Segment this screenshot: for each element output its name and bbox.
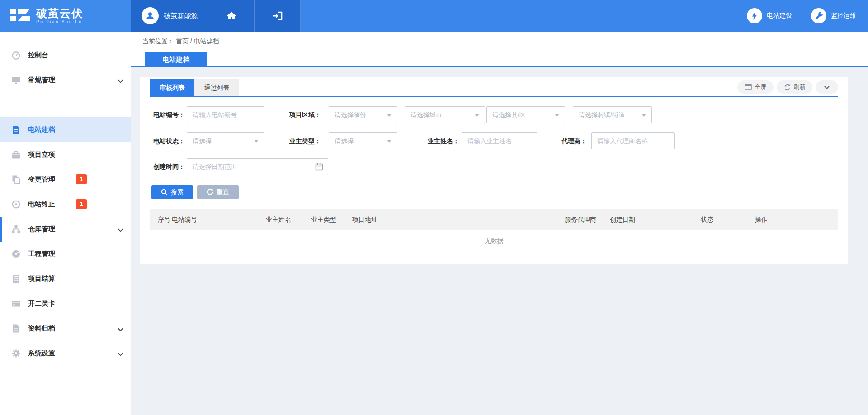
active-scroll-marker bbox=[0, 217, 2, 242]
owner-name-label: 业主姓名： bbox=[419, 132, 459, 149]
breadcrumb-prefix: 当前位置： bbox=[142, 37, 174, 45]
caret-down-icon bbox=[555, 114, 559, 117]
chevron-down-icon bbox=[118, 226, 123, 232]
brand-title: 破茧云伏 bbox=[36, 8, 83, 19]
search-icon bbox=[161, 189, 168, 196]
home-icon bbox=[226, 10, 237, 21]
mode-monitor-button[interactable]: 监控运维 bbox=[811, 8, 856, 23]
caret-down-icon bbox=[254, 140, 259, 143]
user-menu[interactable]: 破茧新能源 bbox=[131, 0, 208, 32]
station-no-input[interactable] bbox=[187, 106, 264, 123]
owner-type-select[interactable]: 请选择 bbox=[329, 132, 397, 149]
gear-icon bbox=[11, 349, 21, 358]
breadcrumb: 当前位置： 首页 / 电站建档 bbox=[142, 37, 219, 46]
station-filing-panel: 审核列表 通过列表 全屏 刷新 电站编号： 项目区域： 请选择省份 bbox=[140, 77, 848, 264]
reset-button[interactable]: 重置 bbox=[197, 185, 239, 199]
collapse-button[interactable] bbox=[816, 80, 838, 94]
page-tab-underline bbox=[131, 66, 868, 67]
badge-count: 1 bbox=[76, 199, 87, 209]
sidebar: 控制台 常规管理 电站建档 项目立项 变更管理 1 bbox=[0, 32, 131, 415]
avatar bbox=[142, 7, 159, 24]
sidebar-item-station-filing[interactable]: 电站建档 bbox=[0, 117, 131, 142]
station-status-label: 电站状态： bbox=[146, 132, 185, 149]
document-icon bbox=[11, 125, 21, 135]
tab-passed-list[interactable]: 通过列表 bbox=[194, 79, 239, 96]
col-index: 序号 bbox=[158, 209, 170, 230]
mode-monitor-label: 监控运维 bbox=[831, 12, 856, 20]
village-select[interactable]: 请选择村镇/街道 bbox=[573, 106, 652, 123]
col-owner-type: 业主类型 bbox=[311, 209, 336, 230]
gauge-icon bbox=[11, 51, 21, 60]
company-name: 破茧新能源 bbox=[164, 12, 198, 20]
badge-count: 1 bbox=[76, 174, 87, 184]
sidebar-item-warehouse[interactable]: 仓库管理 bbox=[0, 217, 131, 242]
record-icon bbox=[11, 200, 21, 209]
breadcrumb-bar: 当前位置： 首页 / 电站建档 电站建档 bbox=[131, 32, 868, 66]
sidebar-item-station-termination[interactable]: 电站终止 1 bbox=[0, 192, 131, 217]
lightning-icon bbox=[750, 11, 760, 21]
col-create-date: 创建日期 bbox=[610, 209, 635, 230]
county-select[interactable]: 请选择县/区 bbox=[486, 106, 565, 123]
owner-name-input[interactable] bbox=[462, 132, 537, 149]
mode-build-button[interactable]: 电站建设 bbox=[747, 8, 792, 23]
sidebar-item-change-management[interactable]: 变更管理 1 bbox=[0, 167, 131, 192]
sidebar-item-archive[interactable]: 资料归档 bbox=[0, 316, 131, 341]
wrench-icon bbox=[814, 11, 824, 21]
caret-down-icon bbox=[642, 114, 646, 117]
header-mode-switch: 电站建设 监控运维 bbox=[747, 0, 856, 32]
reset-icon bbox=[207, 189, 213, 196]
calendar-icon bbox=[315, 163, 323, 171]
province-select[interactable]: 请选择省份 bbox=[329, 106, 397, 123]
sitemap-icon bbox=[11, 224, 21, 234]
home-button[interactable] bbox=[208, 0, 255, 32]
sidebar-item-engineering[interactable]: 工程管理 bbox=[0, 242, 131, 266]
sidebar-item-dashboard[interactable]: 控制台 bbox=[0, 43, 131, 68]
fullscreen-button[interactable]: 全屏 bbox=[737, 80, 774, 94]
city-select[interactable]: 请选择城市 bbox=[405, 106, 485, 123]
agent-input[interactable] bbox=[591, 132, 675, 149]
col-agent: 服务代理商 bbox=[565, 209, 596, 230]
search-button[interactable]: 搜索 bbox=[151, 185, 193, 199]
tab-underline bbox=[150, 96, 838, 97]
brand-logo-icon bbox=[10, 8, 31, 24]
brand-subtitle: Po Jian Yun Fu bbox=[36, 19, 83, 24]
breadcrumb-path: 首页 / 电站建档 bbox=[176, 37, 219, 45]
mode-build-label: 电站建设 bbox=[767, 12, 792, 20]
archive-document-icon bbox=[11, 324, 21, 333]
chevron-down-icon bbox=[118, 350, 123, 356]
card-icon bbox=[11, 299, 21, 308]
tab-review-list[interactable]: 审核列表 bbox=[150, 79, 194, 96]
caret-down-icon bbox=[387, 114, 392, 117]
sidebar-item-settings[interactable]: 系统设置 bbox=[0, 341, 131, 366]
chevron-down-icon bbox=[824, 84, 829, 89]
sidebar-item-settlement[interactable]: 项目结算 bbox=[0, 266, 131, 291]
panel-toolbar: 全屏 刷新 bbox=[737, 80, 838, 94]
calculator-icon bbox=[11, 274, 21, 284]
logo: 破茧云伏 Po Jian Yun Fu bbox=[0, 0, 131, 32]
date-range-picker[interactable]: 请选择日期范围 bbox=[187, 158, 328, 175]
caret-down-icon bbox=[387, 140, 392, 143]
agent-label: 代理商： bbox=[546, 132, 587, 149]
app-header: 破茧云伏 Po Jian Yun Fu 破茧新能源 bbox=[0, 0, 868, 32]
caret-down-icon bbox=[475, 114, 479, 117]
briefcase-icon bbox=[11, 150, 21, 159]
region-label: 项目区域： bbox=[283, 106, 321, 123]
col-status: 状态 bbox=[701, 209, 713, 230]
sidebar-item-project-initiation[interactable]: 项目立项 bbox=[0, 142, 131, 167]
station-status-select[interactable]: 请选择 bbox=[187, 132, 264, 149]
header-nav: 破茧新能源 bbox=[131, 0, 301, 32]
refresh-button[interactable]: 刷新 bbox=[777, 80, 812, 94]
chevron-down-icon bbox=[118, 77, 123, 83]
chevron-down-icon bbox=[118, 326, 123, 331]
fullscreen-icon bbox=[745, 84, 752, 90]
speedometer-icon bbox=[11, 249, 21, 259]
empty-state: 无数据 bbox=[150, 237, 838, 245]
login-arrow-icon bbox=[272, 10, 283, 22]
logout-button[interactable] bbox=[255, 0, 301, 32]
sidebar-item-general[interactable]: 常规管理 bbox=[0, 68, 131, 93]
sidebar-item-card[interactable]: 开二类卡 bbox=[0, 291, 131, 316]
refresh-icon bbox=[784, 84, 791, 91]
owner-type-label: 业主类型： bbox=[283, 132, 321, 149]
table-header: 序号 电站编号 业主姓名 业主类型 项目地址 服务代理商 创建日期 状态 操作 bbox=[150, 209, 838, 230]
page-tab-station-filing[interactable]: 电站建档 bbox=[145, 52, 207, 67]
